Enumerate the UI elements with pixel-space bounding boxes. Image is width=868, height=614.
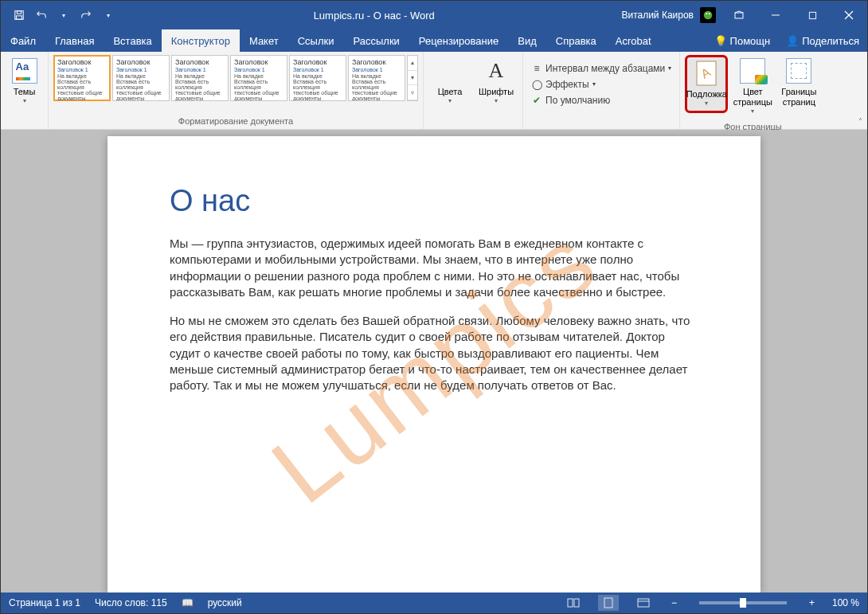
tab-acrobat[interactable]: Acrobat — [606, 29, 661, 52]
fonts-icon: А — [483, 58, 509, 84]
svg-point-3 — [704, 11, 713, 20]
svg-point-4 — [706, 13, 707, 14]
watermark-button[interactable]: А Подложка▾ — [685, 55, 728, 113]
group-colors-fonts: Цвета▾ А Шрифты▾ — [424, 52, 523, 129]
tab-layout[interactable]: Макет — [240, 29, 288, 52]
window-controls — [721, 1, 867, 29]
redo-icon[interactable] — [79, 8, 93, 22]
zoom-out-icon[interactable]: − — [668, 597, 680, 608]
page: Lumpics О нас Мы — группа энтузиастов, о… — [108, 136, 760, 592]
colors-button[interactable]: Цвета▾ — [428, 55, 471, 108]
gallery-scroll[interactable]: ▴▾▿ — [407, 55, 418, 101]
effects-button[interactable]: ◯Эффекты▾ — [528, 77, 599, 92]
ribbon-display-icon[interactable] — [721, 1, 757, 29]
svg-rect-1 — [17, 11, 21, 14]
word-window: ▾ ▾ Lumpics.ru - О нас - Word Виталий Ка… — [0, 0, 868, 614]
qat-customize-icon[interactable]: ▾ — [101, 8, 115, 22]
tab-review[interactable]: Рецензирование — [409, 29, 508, 52]
group-themes: Темы ▾ — [1, 52, 49, 129]
style-set-tile[interactable]: ЗаголовокЗаголовок 1На вкладке Вставка е… — [53, 55, 111, 101]
paragraph[interactable]: Но мы не сможем это сделать без Вашей об… — [170, 313, 698, 393]
themes-button[interactable]: Темы ▾ — [6, 55, 43, 108]
group-page-background: А Подложка▾ Цвет страницы▾ Границы стран… — [680, 52, 825, 129]
svg-rect-6 — [735, 13, 743, 18]
ribbon-tabs: Файл Главная Вставка Конструктор Макет С… — [1, 29, 867, 52]
svg-point-5 — [709, 13, 710, 14]
colors-icon — [437, 58, 463, 84]
effects-icon: ◯ — [531, 79, 542, 90]
minimize-icon[interactable] — [757, 1, 794, 29]
read-mode-icon[interactable] — [563, 595, 584, 611]
svg-rect-14 — [574, 599, 579, 607]
tab-mailings[interactable]: Рассылки — [343, 29, 409, 52]
zoom-slider[interactable] — [699, 601, 787, 604]
save-icon[interactable] — [12, 8, 26, 22]
lightbulb-icon: 💡 — [714, 35, 727, 47]
page-number-status[interactable]: Страница 1 из 1 — [9, 597, 80, 608]
undo-dropdown-icon[interactable]: ▾ — [57, 8, 71, 22]
zoom-level[interactable]: 100 % — [832, 597, 859, 608]
spacing-icon: ≡ — [531, 63, 542, 74]
svg-rect-8 — [809, 12, 815, 18]
page-color-button[interactable]: Цвет страницы▾ — [731, 55, 774, 119]
quick-access-toolbar: ▾ ▾ — [1, 8, 127, 22]
paragraph-spacing-button[interactable]: ≡Интервал между абзацами▾ — [528, 61, 674, 76]
style-set-tile[interactable]: ЗаголовокЗаголовок 1На вкладке Вставка е… — [171, 55, 229, 101]
spellcheck-icon[interactable]: 📖 — [182, 597, 194, 608]
chevron-down-icon: ▾ — [23, 97, 26, 105]
tab-help[interactable]: Справка — [546, 29, 606, 52]
group-document-formatting: ЗаголовокЗаголовок 1На вкладке Вставка е… — [49, 52, 424, 129]
set-default-button[interactable]: ✔По умолчанию — [528, 93, 613, 108]
svg-rect-15 — [604, 598, 612, 608]
word-count-status[interactable]: Число слов: 115 — [95, 597, 167, 608]
paragraph[interactable]: Мы — группа энтузиастов, одержимых идеей… — [170, 236, 698, 300]
share-icon: 👤 — [786, 35, 799, 47]
tab-file[interactable]: Файл — [1, 29, 45, 52]
chevron-down-icon[interactable]: ▾ — [408, 71, 417, 86]
svg-rect-2 — [17, 16, 22, 19]
fonts-button[interactable]: А Шрифты▾ — [475, 55, 518, 108]
gallery-more-icon[interactable]: ▿ — [408, 85, 417, 100]
web-layout-icon[interactable] — [633, 595, 654, 611]
style-set-tile[interactable]: ЗаголовокЗаголовок 1На вкладке Вставка е… — [289, 55, 346, 101]
status-bar: Страница 1 из 1 Число слов: 115 📖 русски… — [1, 592, 867, 613]
watermark-icon: А — [694, 61, 719, 86]
zoom-in-icon[interactable]: + — [806, 597, 818, 608]
collapse-ribbon-icon[interactable]: ˄ — [858, 117, 862, 126]
titlebar: ▾ ▾ Lumpics.ru - О нас - Word Виталий Ка… — [1, 1, 867, 29]
share-button[interactable]: 👤Поделиться — [778, 29, 867, 52]
language-status[interactable]: русский — [208, 597, 242, 608]
username: Виталий Каиров — [621, 10, 694, 21]
group-label: Форматирование документа — [49, 116, 423, 129]
group-spacing: ≡Интервал между абзацами▾ ◯Эффекты▾ ✔По … — [523, 52, 680, 129]
window-title: Lumpics.ru - О нас - Word — [127, 10, 621, 22]
check-icon: ✔ — [531, 95, 542, 106]
tab-design[interactable]: Конструктор — [162, 29, 240, 52]
tab-insert[interactable]: Вставка — [104, 29, 161, 52]
document-area[interactable]: Lumpics О нас Мы — группа энтузиастов, о… — [1, 130, 867, 592]
tell-me[interactable]: 💡Помощн — [706, 29, 779, 52]
svg-rect-13 — [568, 599, 573, 607]
svg-rect-16 — [638, 599, 649, 607]
print-layout-icon[interactable] — [598, 595, 619, 611]
close-icon[interactable] — [831, 1, 867, 29]
style-set-tile[interactable]: ЗаголовокЗаголовок 1На вкладке Вставка е… — [112, 55, 170, 101]
themes-icon — [12, 58, 37, 84]
undo-icon[interactable] — [34, 8, 49, 22]
page-color-icon — [740, 58, 765, 84]
maximize-icon[interactable] — [794, 1, 831, 29]
style-set-tile[interactable]: ЗаголовокЗаголовок 1На вкладке Вставка е… — [230, 55, 287, 101]
page-heading[interactable]: О нас — [170, 184, 698, 218]
user-area: Виталий Каиров — [621, 7, 721, 23]
page-borders-button[interactable]: Границы страниц — [777, 55, 820, 111]
ribbon: Темы ▾ ЗаголовокЗаголовок 1На вкладке Вс… — [1, 52, 867, 130]
tab-references[interactable]: Ссылки — [288, 29, 344, 52]
tab-view[interactable]: Вид — [508, 29, 546, 52]
chevron-up-icon[interactable]: ▴ — [408, 56, 417, 71]
style-set-tile[interactable]: ЗаголовокЗаголовок 1На вкладке Вставка е… — [348, 55, 405, 101]
page-borders-icon — [786, 58, 811, 84]
avatar[interactable] — [700, 7, 716, 23]
tab-home[interactable]: Главная — [45, 29, 104, 52]
